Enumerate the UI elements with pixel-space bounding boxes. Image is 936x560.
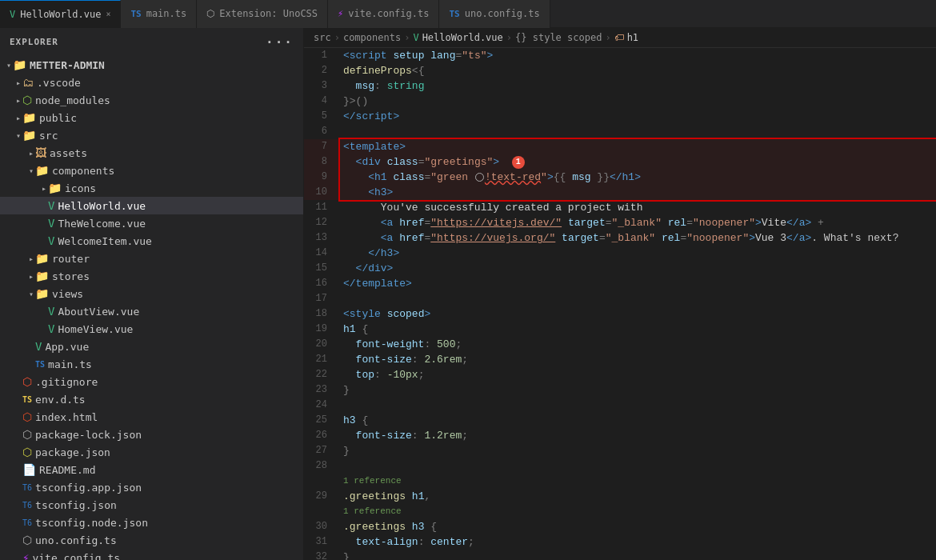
sidebar-item-envdts[interactable]: ▸ TS env.d.ts [0, 390, 303, 408]
vue-icon: V [48, 199, 54, 212]
sidebar-item-thewelcome[interactable]: ▸ V TheWelcome.vue [0, 214, 303, 232]
error-badge: 1 [512, 156, 525, 169]
item-label: index.html [35, 411, 98, 423]
code-line: 6 [304, 124, 936, 139]
sidebar-item-readme[interactable]: ▸ 📄 README.md [0, 461, 303, 478]
sidebar-item-maints[interactable]: ▸ TS main.ts [0, 355, 303, 373]
md-icon: 📄 [22, 463, 36, 476]
html-icon: ⬡ [22, 410, 32, 423]
sidebar-item-icons[interactable]: ▸ 📁 icons [0, 179, 303, 197]
icons-folder-icon: 📁 [48, 182, 62, 194]
sidebar-content: ▾ 📁 METTER-ADMIN ▸ 🗂 .vscode ▸ ⬡ node_mo… [0, 56, 303, 560]
item-label: stores [52, 270, 90, 282]
folder-icon: 📁 [22, 111, 36, 124]
breadcrumb: src › components › V HelloWorld.vue › {}… [304, 28, 936, 48]
sidebar-item-assets[interactable]: ▸ 🖼 assets [0, 144, 303, 162]
vue-icon: V [48, 217, 54, 230]
code-line: 4 }>() [304, 94, 936, 109]
git-icon: ⬡ [22, 375, 32, 388]
item-label: App.vue [45, 341, 89, 353]
code-line-highlighted: 8 <div class="greetings"> 1 [304, 154, 936, 170]
item-label: src [39, 130, 58, 142]
tab-main[interactable]: TS main.ts [121, 0, 197, 28]
tsconfig-icon: T6 [22, 518, 32, 527]
item-label: package-lock.json [35, 429, 142, 441]
sidebar-item-src[interactable]: ▾ 📁 src [0, 126, 303, 144]
sidebar-item-tsconfigapp[interactable]: ▸ T6 tsconfig.app.json [0, 478, 303, 496]
explorer-title: EXPLORER [10, 37, 58, 47]
item-label: public [39, 112, 77, 124]
tab-bar: V HelloWorld.vue × TS main.ts ⬡ Extensio… [0, 0, 936, 28]
folder-icon: 📁 [35, 252, 49, 265]
item-label: router [52, 253, 90, 265]
sidebar-item-views[interactable]: ▾ 📁 views [0, 285, 303, 302]
folder-icon: 🗂 [22, 76, 34, 89]
item-label: .vscode [37, 77, 81, 89]
sidebar-item-unoconfig[interactable]: ▸ ⬡ uno.config.ts [0, 531, 303, 549]
tree-root[interactable]: ▾ 📁 METTER-ADMIN [0, 56, 303, 74]
sidebar-item-tsconfig[interactable]: ▸ T6 tsconfig.json [0, 496, 303, 514]
vue-icon: V [48, 305, 54, 318]
sidebar-item-vscode[interactable]: ▸ 🗂 .vscode [0, 74, 303, 91]
code-line: 12 <a href="https://vitejs.dev/" target=… [304, 215, 936, 230]
breadcrumb-helloworld: HelloWorld.vue [422, 32, 503, 43]
tab-extension[interactable]: ⬡ Extension: UnoCSS [197, 0, 328, 28]
json-icon: ⬡ [22, 446, 32, 458]
ts-icon: TS [130, 9, 141, 19]
sidebar-item-tsconfignode[interactable]: ▸ T6 tsconfig.node.json [0, 514, 303, 531]
sidebar-item-indexhtml[interactable]: ▸ ⬡ index.html [0, 408, 303, 426]
code-line: 21 font-size: 2.6rem; [304, 352, 936, 367]
code-line: 16 </template> [304, 276, 936, 291]
code-line: 2 defineProps<{ [304, 63, 936, 78]
sidebar-item-packagelock[interactable]: ▸ ⬡ package-lock.json [0, 426, 303, 443]
main-layout: EXPLORER ··· ▾ 📁 METTER-ADMIN ▸ 🗂 .vscod… [0, 28, 936, 560]
code-line-highlighted: 9 <h1 class="green !text-red">{{ msg }}<… [304, 170, 936, 185]
code-line: 28 [304, 458, 936, 474]
sidebar-item-router[interactable]: ▸ 📁 router [0, 250, 303, 267]
folder-icon: 📁 [35, 287, 49, 300]
more-options-icon[interactable]: ··· [266, 34, 294, 50]
sidebar-item-welcomeitem[interactable]: ▸ V WelcomeItem.vue [0, 232, 303, 250]
code-line: 15 </div> [304, 261, 936, 276]
close-icon[interactable]: × [106, 10, 110, 18]
tab-label: main.ts [146, 8, 187, 19]
vue-icon: V [48, 234, 54, 247]
code-line: 11 You've successfully created a project… [304, 200, 936, 215]
sidebar-item-packagejson[interactable]: ▸ ⬡ package.json [0, 443, 303, 461]
sidebar-item-gitignore[interactable]: ▸ ⬡ .gitignore [0, 373, 303, 390]
editor-area: src › components › V HelloWorld.vue › {}… [304, 28, 936, 560]
root-label: METTER-ADMIN [30, 59, 105, 71]
code-line: 27 } [304, 443, 936, 458]
tab-unoconfig[interactable]: TS uno.config.ts [439, 0, 550, 28]
tab-helloworld[interactable]: V HelloWorld.vue × [0, 0, 121, 28]
item-label: node_modules [35, 94, 110, 106]
code-line: 31 text-align: center; [304, 534, 936, 550]
sidebar-item-helloworld[interactable]: ▸ V HelloWorld.vue [0, 197, 303, 214]
breadcrumb-sep: › [404, 32, 410, 43]
sidebar-item-stores[interactable]: ▸ 📁 stores [0, 267, 303, 285]
sidebar-item-components[interactable]: ▾ 📁 components [0, 162, 303, 179]
json-lock-icon: ⬡ [22, 428, 32, 441]
src-folder-icon: 📁 [22, 129, 36, 142]
item-label: views [52, 288, 83, 300]
tab-viteconfig[interactable]: ⚡ vite.config.ts [328, 0, 439, 28]
code-line: 14 </h3> [304, 246, 936, 261]
chevron-right-icon: ▸ [29, 149, 34, 158]
breadcrumb-vue-icon: V [413, 32, 418, 43]
chevron-down-icon: ▾ [6, 61, 11, 70]
sidebar-header: EXPLORER ··· [0, 28, 303, 56]
sidebar-item-viteconfig[interactable]: ▸ ⚡ vite.config.ts [0, 549, 303, 560]
item-label: package.json [35, 446, 110, 458]
code-editor[interactable]: 1 <script setup lang="ts"> 2 defineProps… [304, 48, 936, 560]
sidebar-item-appvue[interactable]: ▸ V App.vue [0, 338, 303, 355]
code-line: 25 h3 { [304, 413, 936, 428]
sidebar-item-public[interactable]: ▸ 📁 public [0, 109, 303, 126]
item-label: tsconfig.app.json [35, 482, 142, 494]
sidebar-item-aboutview[interactable]: ▸ V AboutView.vue [0, 302, 303, 320]
item-label: TheWelcome.vue [58, 218, 146, 230]
sidebar-item-homeview[interactable]: ▸ V HomeView.vue [0, 320, 303, 338]
sidebar-item-node-modules[interactable]: ▸ ⬡ node_modules [0, 91, 303, 109]
chevron-right-icon: ▸ [29, 272, 34, 281]
folder-icon: 📁 [13, 58, 26, 71]
breadcrumb-sep: › [605, 32, 610, 43]
